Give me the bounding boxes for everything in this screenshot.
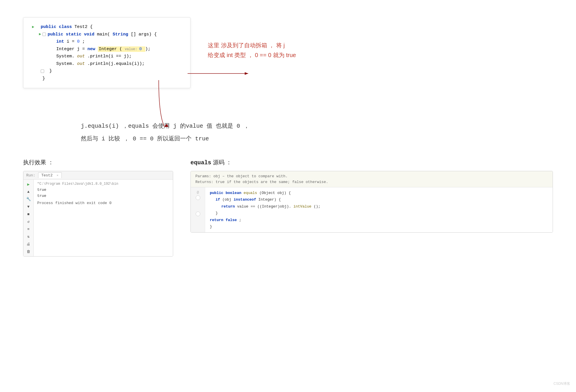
explanation-line1: j.equals(i) ，equals 会使用 j 的value 值 也就是 0… [81,121,553,131]
right-title-rest: 源码 ： [213,159,232,165]
bottom-section: 执行效果 ： Run: Test2 × ▶ ▲ 🔧 ▼ ■ [23,159,553,257]
gutter-circle-2 [196,212,200,216]
number-0: 0 [77,39,80,44]
classname-test2: Test2 [74,24,87,29]
code-content-integer: Integer j = new Integer ( value: 0 ); [56,46,182,53]
kw-static: static [66,32,81,37]
code-block: ▶ public class Test2 { ▶ pub [23,17,190,88]
kw-new: new [87,47,95,52]
gutter-marker-1: @ [197,190,199,195]
up-icon[interactable]: ▲ [26,189,31,195]
watermark-text: CSDN博客 [553,382,570,386]
stop-icon[interactable]: ■ [26,211,31,217]
main-container: ▶ public class Test2 { ▶ pub [0,0,576,274]
type-integer: Integer [56,47,74,52]
gutter-circle-1 [196,195,200,200]
source-code: public boolean equals (Object obj) { if … [205,187,553,232]
reload-icon[interactable]: ↺ [26,219,31,225]
out-1: out [77,54,85,59]
tooltip-line2: Returns: true if the objects are the sam… [195,179,548,185]
output-process: Process finished with exit code 0 [37,201,169,205]
explanation-line2: 然后与 i 比较 ， 0 == 0 所以返回一个 true [81,134,553,144]
watermark: CSDN博客 [553,381,570,386]
number-0-2: 0 [139,47,142,52]
kw-string: String [113,32,128,37]
type-integer-2: Integer [99,47,117,52]
wrench-icon[interactable]: 🔧 [26,196,31,202]
sort-icon[interactable]: ⇅ [26,234,31,240]
code-content-println2: System. out .println(j.equals(i)); [56,60,182,68]
left-title-text: 执行效果 ： [23,159,54,165]
right-panel: equals 源码 ： Params: obj – the object to … [190,159,553,257]
trash-icon[interactable]: 🗑 [26,249,31,255]
tooltip-box: Params: obj – the object to compare with… [191,171,553,187]
left-panel: 执行效果 ： Run: Test2 × ▶ ▲ 🔧 ▼ ■ [23,159,173,257]
code-content-main: public static void main( String [] args)… [48,31,182,38]
output-path: "C:\Program Files\Java\jdk1.8.0_192\bin [37,182,169,186]
kw-public-2: public [48,32,63,37]
code-content-close1: } [49,67,182,75]
annotation-line1: 这里 涉及到了自动拆箱 ， 将 j [208,42,285,48]
code-content-println1: System. out .println(i == j); [56,53,182,60]
annotation-text: 这里 涉及到了自动拆箱 ， 将 j 给变成 int 类型 ， 0 == 0 就为… [208,40,296,60]
run-tab-label: Test2 [41,173,53,178]
code-line-main: ▶ public static void main( String [] arg… [32,31,182,38]
right-section-title: equals 源码 ： [190,159,553,166]
source-line-3: return value == ((Integer)obj). intValue… [210,203,548,210]
run-arrow-1: ▶ [32,24,34,30]
code-line-int: int i = 0 ; [32,38,182,46]
print-icon[interactable]: 🖨 [26,241,31,247]
output-line-2: true [37,193,169,199]
kw-void: void [84,32,94,37]
run-toolbar: ▶ ▲ 🔧 ▼ ■ ↺ ≡ ⇅ 🖨 🗑 [23,180,34,256]
down-icon[interactable]: ▼ [26,204,31,210]
left-section-title: 执行效果 ： [23,159,173,166]
path-text: "C:\Program Files\Java\jdk1.8.0_192\bin [37,182,118,186]
out-2: out [77,61,85,66]
explanation-text-1: j.equals(i) ，equals 会使用 j 的value 值 也就是 0… [81,123,249,129]
output-line-1: true [37,187,169,193]
kw-public: public [41,24,56,29]
run-header: Run: Test2 × [23,171,173,180]
source-line-2: if (obj instanceof Integer) { [210,196,548,203]
run-close[interactable]: × [57,174,59,177]
source-line-6: } [210,223,548,230]
system-2: System. [56,61,74,66]
run-arrow-2: ▶ [39,31,41,37]
source-panel: Params: obj – the object to compare with… [190,171,553,233]
code-line-println2: System. out .println(j.equals(i)); [32,60,182,68]
source-line-1: public boolean equals (Object obj) { [210,190,548,196]
format-icon[interactable]: ≡ [26,226,31,232]
kw-int: int [56,39,64,44]
highlight-new-integer: Integer ( value: 0 [98,46,145,52]
run-body: ▶ ▲ 🔧 ▼ ■ ↺ ≡ ⇅ 🖨 🗑 "C:\Program Files\Ja [23,180,173,256]
code-line-close2: } [32,75,182,82]
source-line-5: return false ; [210,217,548,223]
run-panel: Run: Test2 × ▶ ▲ 🔧 ▼ ■ ↺ ≡ ⇅ [23,171,173,257]
param-label: value: [125,47,139,51]
play-icon[interactable]: ▶ [26,181,31,187]
annotation-panel: 这里 涉及到了自动拆箱 ， 将 j 给变成 int 类型 ， 0 == 0 就为… [208,17,296,60]
code-line-integer: Integer j = new Integer ( value: 0 ); [32,46,182,53]
code-content-class: public class Test2 { [41,23,182,31]
code-line-class: ▶ public class Test2 { [32,23,182,31]
code-section: ▶ public class Test2 { ▶ pub [23,17,553,110]
kw-class: class [59,24,72,29]
code-content-int: int i = 0 ; [56,38,182,46]
code-content-close2: } [42,75,182,82]
run-output: "C:\Program Files\Java\jdk1.8.0_192\bin … [34,180,173,256]
source-gutter: @ [191,187,205,232]
explanation-text-2: 然后与 i 比较 ， 0 == 0 所以返回一个 true [81,135,209,142]
explanation-section: j.equals(i) ，equals 会使用 j 的value 值 也就是 0… [23,121,553,144]
annotation-line2: 给变成 int 类型 ， 0 == 0 就为 true [208,52,296,58]
run-tab[interactable]: Test2 × [38,172,61,178]
code-line-println1: System. out .println(i == j); [32,53,182,60]
right-title-code: equals [190,159,211,166]
source-body: @ public boolean [191,187,553,232]
system-1: System. [56,54,74,59]
run-label: Run: [26,173,35,178]
code-line-close1: } [32,67,182,75]
source-line-4: } [210,210,548,216]
tooltip-line1: Params: obj – the object to compare with… [195,174,548,179]
